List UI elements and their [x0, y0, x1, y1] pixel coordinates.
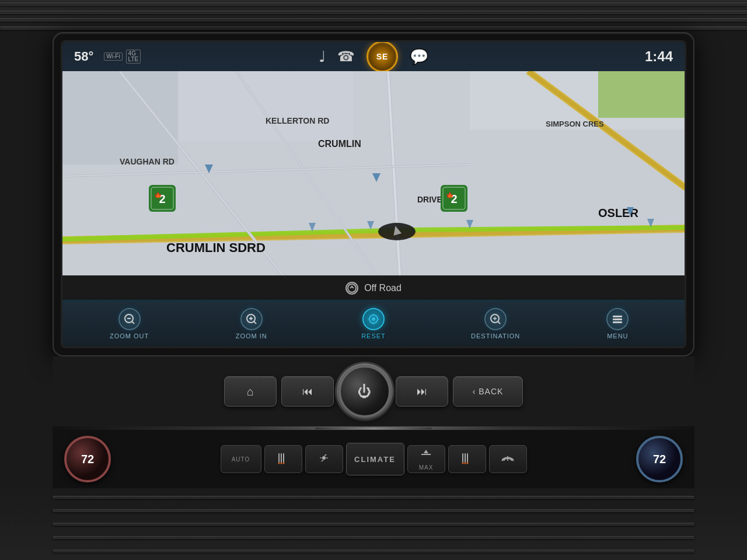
svg-line-60 [498, 321, 500, 324]
zoom-in-label: ZOOM IN [236, 332, 267, 340]
zoom-out-icon [118, 308, 141, 330]
fan-button[interactable] [305, 445, 343, 473]
fan-icon [317, 452, 330, 467]
svg-text:VAUGHAN RD: VAUGHAN RD [120, 157, 174, 166]
infotainment-unit: 58° Wi-Fi 4GLTE ♩ ☎ SE 💬 1:44 [53, 32, 694, 356]
map-area[interactable]: KELLERTON RD VAUGHAN RD CRUMLIN SIMPSON … [62, 71, 685, 275]
svg-line-50 [254, 321, 256, 324]
vent-slat [0, 2, 747, 6]
svg-text:🍁: 🍁 [154, 191, 162, 200]
vent-slat [53, 509, 694, 512]
svg-point-69 [283, 463, 285, 464]
vent-slats-top [0, 0, 747, 32]
seat-heat-right-button[interactable] [448, 445, 486, 473]
svg-point-77 [465, 463, 466, 464]
svg-point-43 [348, 284, 356, 292]
reset-icon [362, 308, 385, 330]
seat-heat-right-icon [461, 452, 473, 467]
vent-slat [0, 10, 747, 14]
screen: 58° Wi-Fi 4GLTE ♩ ☎ SE 💬 1:44 [61, 40, 686, 348]
svg-line-8 [411, 228, 685, 230]
status-bar: 58° Wi-Fi 4GLTE ♩ ☎ SE 💬 1:44 [62, 42, 685, 71]
home-button[interactable]: ⌂ [224, 376, 277, 407]
right-temp-knob[interactable]: 72 [636, 436, 683, 482]
seat-heat-left-icon [277, 452, 289, 467]
vent-slat [53, 496, 694, 499]
back-button[interactable]: ‹ BACK [453, 376, 523, 407]
svg-rect-63 [613, 321, 622, 323]
svg-point-67 [278, 463, 280, 464]
home-icon: ⌂ [247, 385, 254, 398]
svg-rect-73 [462, 453, 463, 463]
climate-area: 72 AUTO [53, 430, 694, 488]
max-label: MAX [419, 464, 434, 471]
left-temp-knob[interactable]: 72 [64, 436, 111, 482]
menu-label: MENU [607, 332, 628, 340]
svg-rect-74 [465, 453, 466, 463]
zoom-out-button[interactable]: ZOOM OUT [100, 308, 159, 340]
svg-point-70 [322, 456, 326, 460]
destination-button[interactable]: DESTINATION [466, 308, 525, 340]
reset-label: RESET [361, 332, 386, 340]
svg-marker-72 [424, 450, 428, 453]
connectivity-icons: Wi-Fi 4GLTE [104, 50, 141, 64]
svg-rect-64 [278, 453, 280, 463]
vent-slat [53, 550, 694, 552]
svg-rect-66 [283, 453, 284, 463]
seat-heat-left-button[interactable] [264, 445, 302, 473]
status-left: 58° Wi-Fi 4GLTE [74, 49, 141, 64]
temperature-display: 58° [74, 49, 93, 64]
next-track-icon: ⏭ [417, 386, 427, 398]
rear-defrost-button[interactable] [489, 445, 527, 473]
wifi-icon: Wi-Fi [104, 52, 122, 61]
svg-text:KELLERTON RD: KELLERTON RD [266, 116, 329, 125]
vent-top [0, 0, 747, 32]
map-svg: KELLERTON RD VAUGHAN RD CRUMLIN SIMPSON … [62, 71, 685, 275]
menu-icon [606, 308, 629, 330]
left-temp-display: 72 [81, 453, 94, 466]
svg-rect-4 [598, 71, 685, 118]
vent-slat [53, 523, 694, 526]
music-icon[interactable]: ♩ [319, 48, 326, 66]
messages-icon[interactable]: 💬 [410, 48, 428, 66]
climate-buttons: AUTO [114, 443, 633, 475]
svg-rect-71 [421, 454, 431, 455]
rear-defrost-icon [500, 452, 516, 467]
prev-track-button[interactable]: ⏮ [281, 376, 334, 407]
auto-climate-button[interactable]: AUTO [221, 445, 261, 473]
menu-button[interactable]: MENU [588, 308, 647, 340]
right-temp-display: 72 [653, 453, 666, 466]
compass-button[interactable]: SE [366, 41, 398, 72]
climate-main-button[interactable]: CLIMATE [346, 443, 404, 475]
zoom-in-icon [240, 308, 263, 330]
off-road-text: Off Road [364, 283, 402, 293]
svg-rect-65 [281, 453, 282, 463]
zoom-in-button[interactable]: ZOOM IN [222, 308, 281, 340]
svg-rect-61 [613, 316, 622, 317]
climate-divider-inner [315, 428, 432, 429]
nav-buttons-bar: ZOOM OUT ZOOM IN [62, 300, 685, 346]
max-button[interactable]: MAX [407, 445, 445, 473]
power-knob[interactable]: ⏻ [338, 365, 391, 418]
signal-icon: 4GLTE [126, 50, 141, 64]
svg-text:SIMPSON CRES: SIMPSON CRES [546, 120, 604, 128]
vent-bottom [0, 488, 747, 560]
destination-label: DESTINATION [471, 332, 520, 340]
svg-rect-2 [178, 71, 353, 141]
next-track-button[interactable]: ⏭ [396, 376, 448, 407]
zoom-out-label: ZOOM OUT [110, 332, 149, 340]
max-icon [420, 448, 432, 463]
reset-button[interactable]: RESET [344, 308, 403, 340]
off-road-bar: Off Road [62, 275, 685, 300]
svg-point-76 [462, 463, 464, 464]
phone-icon[interactable]: ☎ [337, 48, 355, 65]
status-center-icons: ♩ ☎ SE 💬 [319, 41, 428, 72]
climate-label: CLIMATE [354, 455, 396, 464]
svg-point-78 [467, 463, 469, 464]
vent-slat [0, 18, 747, 22]
vent-slat [0, 26, 747, 30]
svg-text:CRUMLIN SDRD: CRUMLIN SDRD [166, 240, 266, 255]
svg-rect-1 [62, 71, 178, 164]
back-label: ‹ BACK [473, 387, 504, 396]
off-road-icon [345, 282, 358, 295]
